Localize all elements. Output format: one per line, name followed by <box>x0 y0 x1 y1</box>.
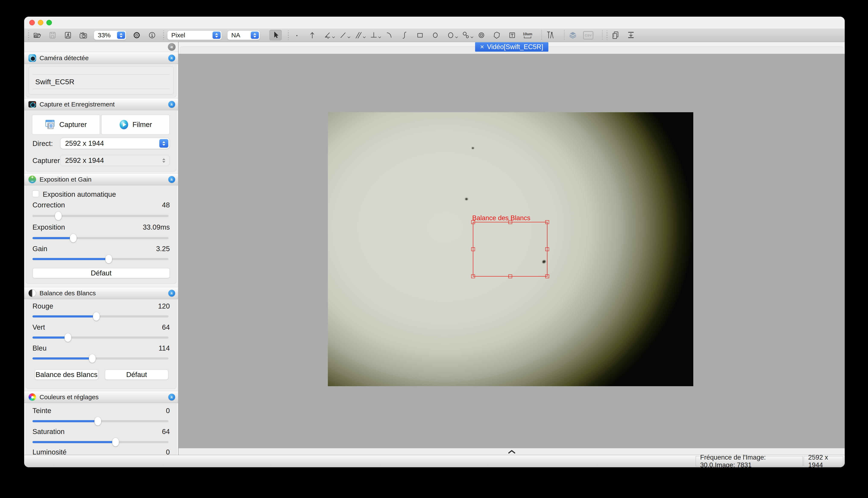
white-balance-button[interactable]: Balance des Blancs <box>35 369 98 380</box>
copy-button[interactable] <box>611 30 621 41</box>
cursor-icon <box>271 31 280 40</box>
button-label: Défaut <box>126 371 147 379</box>
slider-label-row: Teinte 0 <box>33 406 170 415</box>
arc-tool-button[interactable] <box>384 30 394 41</box>
roi-handle[interactable] <box>545 247 549 251</box>
text-tool-button[interactable] <box>507 30 517 41</box>
layers-button[interactable] <box>568 30 578 41</box>
collapse-panel-button[interactable]: « <box>168 394 175 401</box>
snapshot-button[interactable] <box>78 30 88 41</box>
record-button-label: Filmer <box>132 120 152 129</box>
slider-thumb[interactable] <box>89 354 96 363</box>
pointer-tool-button[interactable] <box>269 30 282 41</box>
collapse-panel-icon: « <box>169 103 175 105</box>
rectangle-tool-button[interactable] <box>415 30 425 41</box>
green-value: 64 <box>162 323 170 331</box>
color-wheel-icon <box>28 393 36 401</box>
slider-thumb[interactable] <box>94 417 101 425</box>
zoom-level-select[interactable]: 33% <box>94 30 126 40</box>
annulus-tool-button[interactable] <box>476 30 486 41</box>
ellipse-icon <box>431 31 440 40</box>
green-slider[interactable] <box>33 333 168 342</box>
ellipse-tool-button[interactable] <box>430 30 440 41</box>
correction-slider[interactable] <box>33 211 168 220</box>
slider-thumb[interactable] <box>105 255 112 263</box>
close-window-button[interactable] <box>29 20 35 25</box>
green-label: Vert <box>33 323 45 331</box>
line-tool-button[interactable] <box>338 30 348 41</box>
panel-body-colors: Teinte 0 Saturation 64 Luminosité 0 <box>26 403 176 455</box>
exposure-default-button[interactable]: Défaut <box>33 268 170 278</box>
minimize-window-button[interactable] <box>38 20 43 25</box>
parallel-tool-button[interactable] <box>354 30 363 41</box>
saturation-slider[interactable] <box>33 437 168 447</box>
tab-close-icon[interactable]: × <box>480 43 484 51</box>
roi-handle[interactable] <box>471 274 475 278</box>
chevron-down-icon <box>455 36 458 38</box>
perpendicular-tool-button[interactable] <box>369 30 379 41</box>
roi-handle[interactable] <box>545 220 549 224</box>
chevron-down-icon <box>363 36 366 38</box>
live-resolution-value: 2592 x 1944 <box>65 139 104 147</box>
export-csv-button[interactable]: CSV <box>583 30 593 41</box>
unit-select[interactable]: Pixel <box>167 30 222 40</box>
toolbar-separator <box>602 30 602 40</box>
annotation-circles-tool-button[interactable] <box>461 30 471 41</box>
measure-settings-button[interactable] <box>545 30 555 41</box>
circle-tool-button[interactable] <box>446 30 456 41</box>
open-file-button[interactable] <box>32 30 42 41</box>
collapse-panel-button[interactable]: « <box>168 101 175 108</box>
polygon-tool-button[interactable] <box>492 30 502 41</box>
collapse-panel-button[interactable]: « <box>168 176 175 183</box>
record-button[interactable]: Filmer <box>101 115 169 135</box>
white-balance-default-button[interactable]: Défaut <box>105 369 168 380</box>
capture-resolution-select[interactable]: 2592 x 1944 <box>60 155 169 166</box>
panel-body-exposure: Exposition automatique Correction 48 Exp… <box>26 186 176 284</box>
zoom-window-button[interactable] <box>46 20 52 25</box>
microscope-live-image[interactable]: Balance des Blancs <box>328 112 693 386</box>
live-resolution-select[interactable]: 2592 x 1944 <box>60 138 169 149</box>
video-tab[interactable]: × Vidéo[Swift_EC5R] <box>475 42 548 52</box>
scale-bar-label: 10um <box>523 32 532 36</box>
roi-handle[interactable] <box>471 247 475 251</box>
red-slider[interactable] <box>33 312 168 321</box>
exposure-slider[interactable] <box>33 234 168 243</box>
save-button[interactable] <box>48 30 58 41</box>
slider-label-row: Bleu 114 <box>33 344 170 353</box>
roi-handle[interactable] <box>508 220 512 224</box>
aperture-select[interactable]: NA <box>227 30 260 40</box>
slider-thumb[interactable] <box>93 312 100 321</box>
blue-slider[interactable] <box>33 354 168 363</box>
roi-handle[interactable] <box>545 274 549 278</box>
slider-thumb[interactable] <box>112 438 119 446</box>
save-icon <box>48 31 57 40</box>
camera-timer-icon <box>79 31 88 40</box>
white-balance-roi[interactable] <box>473 222 547 276</box>
luminosity-value: 0 <box>166 448 170 455</box>
info-button[interactable] <box>147 30 157 41</box>
gain-slider[interactable] <box>33 254 168 263</box>
camera-device-item[interactable]: Swift_EC5R <box>35 78 74 86</box>
arrow-up-icon <box>308 31 317 40</box>
hue-slider[interactable] <box>33 417 168 426</box>
auto-exposure-checkbox[interactable] <box>32 190 39 197</box>
curve-tool-button[interactable] <box>400 30 409 41</box>
slider-thumb[interactable] <box>64 333 71 342</box>
quick-save-button[interactable] <box>63 30 73 41</box>
tab-strip: × Vidéo[Swift_EC5R] <box>179 42 845 54</box>
collapse-panel-button[interactable]: « <box>168 290 175 297</box>
export-image-button[interactable] <box>626 30 636 41</box>
roi-handle[interactable] <box>471 220 475 224</box>
roi-handle[interactable] <box>508 274 512 278</box>
angle-tool-button[interactable] <box>323 30 333 41</box>
collapse-panel-button[interactable]: « <box>168 55 175 62</box>
slider-thumb[interactable] <box>55 212 62 220</box>
slider-thumb[interactable] <box>70 234 77 243</box>
collapse-sidebar-button[interactable]: « <box>168 43 176 51</box>
capture-button[interactable]: Capturer <box>32 115 100 135</box>
linked-circles-icon <box>461 31 471 40</box>
scale-bar-tool-button[interactable]: 10um <box>523 30 533 41</box>
arrow-tool-button[interactable] <box>307 30 317 41</box>
point-tool-button[interactable] <box>292 30 302 41</box>
settings-button[interactable] <box>132 30 142 41</box>
